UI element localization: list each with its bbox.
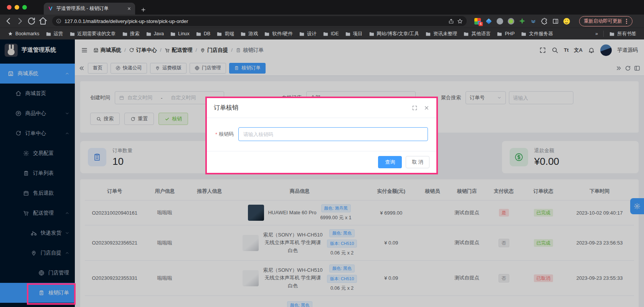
chrome-update-menu-button[interactable]: 重新启动即可更新: [579, 16, 632, 26]
product-attrs: 颜色: 雅丹黑6999.00 元 x 1: [320, 204, 351, 221]
sidebar-item-售后退款[interactable]: 售后退款: [0, 183, 75, 203]
bookmark-folder[interactable]: 近期需要读的文章: [66, 31, 119, 37]
puzzle-icon[interactable]: [541, 18, 548, 25]
sidebar-item-商品中心[interactable]: 商品中心: [0, 103, 75, 123]
layout-icon[interactable]: [634, 65, 640, 71]
shop-icon: [8, 71, 14, 77]
bell-icon[interactable]: [588, 47, 595, 54]
sidebar-item-交易配置[interactable]: 交易配置: [0, 143, 75, 163]
blue-gem-icon[interactable]: [485, 18, 492, 25]
green-circle-icon[interactable]: [508, 18, 514, 25]
sidebar-item-核销订单[interactable]: 核销订单: [0, 283, 75, 303]
close-tab-icon[interactable]: [127, 7, 131, 11]
chevrons-left-icon[interactable]: [79, 65, 85, 71]
view-tab-首页[interactable]: 首页: [88, 63, 107, 74]
view-tab-运费模版[interactable]: 运费模版: [150, 63, 187, 74]
user-avatar[interactable]: [600, 44, 612, 56]
close-window-button[interactable]: [7, 5, 12, 10]
bookmark-folder[interactable]: 其他语言: [460, 31, 494, 37]
sidebar-item-快递发货[interactable]: 快递发货: [0, 223, 75, 243]
font-size-icon[interactable]: Tt: [564, 47, 568, 53]
colorful-grid-icon[interactable]: 6: [474, 18, 481, 25]
sidebar-item-商城首页[interactable]: 商城首页: [0, 84, 75, 103]
table-row-partial[interactable]: 颜色: 黑色: [85, 296, 634, 307]
column-header-核销员: 核销员: [417, 182, 448, 200]
browser-tab[interactable]: 芋道管理系统 - 核销订单: [44, 3, 135, 15]
table-row[interactable]: O202309232356521啦啦啦索尼（SONY）WH-CH510 无线立体…: [85, 225, 634, 261]
green-star-icon[interactable]: [519, 18, 525, 25]
user-name[interactable]: 芋道源码: [617, 47, 638, 54]
back-icon[interactable]: [4, 16, 13, 26]
new-tab-button[interactable]: [140, 7, 146, 13]
gray-circle-icon[interactable]: [497, 18, 503, 25]
search-icon[interactable]: [552, 47, 558, 54]
collapse-menu-icon[interactable]: [81, 47, 88, 54]
bookmark-folder[interactable]: 设计: [296, 31, 320, 37]
breadcrumb-item[interactable]: 商城系统: [93, 47, 121, 54]
folder-icon: [146, 31, 152, 37]
bookmarks-root[interactable]: Bookmarks: [5, 31, 43, 36]
bookmarks-overflow-chevron[interactable]: »: [592, 31, 601, 36]
sidebar-item-门店管理[interactable]: 门店管理: [0, 263, 75, 283]
cancel-button[interactable]: 取 消: [406, 156, 429, 168]
query-button[interactable]: 查询: [378, 156, 402, 168]
blue-layers-icon[interactable]: [530, 18, 537, 25]
sidebar-item-订单列表[interactable]: 订单列表: [0, 163, 75, 183]
sidebar-item-订单中心[interactable]: 订单中心: [0, 123, 75, 143]
sidebar-item-商城系统[interactable]: 商城系统: [0, 64, 75, 84]
refresh-icon[interactable]: [625, 65, 631, 71]
bookmark-folder[interactable]: 资讯未整理: [422, 31, 461, 37]
translate-icon[interactable]: 文A: [574, 47, 583, 54]
breadcrumb-item[interactable]: 核销订单: [236, 47, 264, 54]
agg-search-input[interactable]: [513, 95, 569, 101]
share-icon[interactable]: [448, 18, 454, 24]
view-tab-门店管理[interactable]: 门店管理: [190, 63, 226, 74]
bookmark-folder[interactable]: 运营: [43, 31, 66, 37]
app-logo[interactable]: 芋道管理系统: [0, 39, 75, 61]
emoji-icon[interactable]: [563, 18, 570, 25]
verify-code-input[interactable]: [238, 127, 428, 141]
bookmark-folder[interactable]: PHP: [494, 31, 518, 37]
zoom-window-button[interactable]: [22, 5, 27, 10]
agg-field-select[interactable]: 订单号: [466, 91, 506, 104]
bookmark-folder[interactable]: Linux: [167, 31, 193, 37]
forward-icon[interactable]: [15, 16, 25, 26]
view-tab-核销订单[interactable]: 核销订单: [229, 63, 266, 74]
product-tag: 颜色: 雅丹黑: [321, 204, 351, 212]
dialog-close-icon[interactable]: [424, 105, 429, 111]
all-bookmarks-button[interactable]: 所有书签: [606, 31, 639, 37]
bookmark-star-icon[interactable]: [457, 18, 463, 24]
chevrons-right-icon[interactable]: [616, 65, 622, 71]
verify-button[interactable]: 核销: [159, 113, 188, 125]
sidebar-item-门店自提[interactable]: 门店自提: [0, 243, 75, 263]
home-icon[interactable]: [38, 16, 48, 26]
view-tab-快递公司[interactable]: 快递公司: [111, 63, 147, 74]
bookmark-folder[interactable]: 项目: [342, 31, 366, 37]
address-bar[interactable]: 127.0.0.1/mall/trade/delivery/pick-up-st…: [52, 16, 467, 26]
bookmark-folder[interactable]: 前端: [213, 31, 237, 37]
bookmark-folder[interactable]: 文件服务器: [518, 31, 556, 37]
bookmark-folder[interactable]: 搜索: [119, 31, 143, 37]
fullscreen-icon[interactable]: [539, 47, 546, 54]
bookmark-folder[interactable]: 网站/博客/文章/工具: [366, 31, 422, 37]
table-row[interactable]: O202309232355331啦啦啦索尼（SONY）WH-CH510 无线立体…: [85, 261, 634, 296]
breadcrumb-item[interactable]: 门店自提: [200, 47, 228, 54]
dialog-fullscreen-icon[interactable]: [412, 105, 418, 111]
minimize-window-button[interactable]: [15, 5, 19, 10]
table-row[interactable]: O202310020940161啦啦啦HUAWEI Mate 60 Pro颜色:…: [85, 200, 634, 225]
sidebar-item-label: 门店管理: [48, 269, 69, 276]
sidebar-item-配送管理[interactable]: 配送管理: [0, 203, 75, 223]
breadcrumb-item[interactable]: 订单中心: [129, 47, 157, 54]
bookmark-folder[interactable]: Java: [143, 31, 167, 37]
breadcrumb-item[interactable]: 配送管理: [165, 47, 193, 54]
reload-icon[interactable]: [27, 16, 36, 26]
site-info-icon[interactable]: [56, 18, 61, 24]
bookmark-folder[interactable]: DB: [193, 31, 213, 37]
bookmark-folder[interactable]: IDE: [320, 31, 342, 37]
bookmark-folder[interactable]: 游戏: [237, 31, 261, 37]
search-button[interactable]: 搜索: [90, 113, 120, 125]
bookmark-folder[interactable]: 软件/硬件: [261, 31, 296, 37]
settings-drawer-button[interactable]: [630, 198, 644, 214]
reset-button[interactable]: 重置: [124, 113, 154, 125]
panel-icon[interactable]: [552, 18, 559, 25]
